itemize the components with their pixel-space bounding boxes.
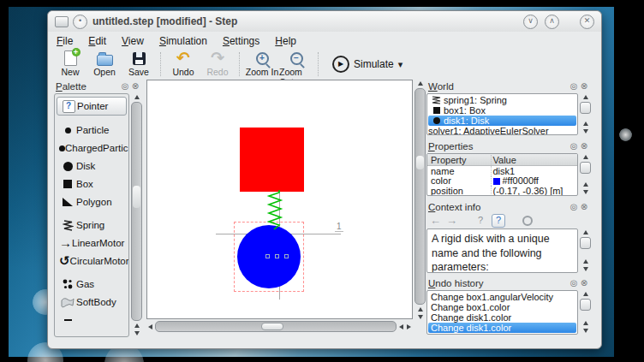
spring1-object[interactable] [264,190,284,233]
column-property[interactable]: Property [427,155,491,165]
undo-item[interactable]: Change box1.angularVelocity [428,292,576,302]
scroll-up-icon[interactable] [418,81,423,86]
palette-item-spring[interactable]: Spring [57,217,127,234]
window-menu-button[interactable]: • [73,15,87,29]
properties-scrollbar[interactable] [580,153,591,196]
scroll-up-icon[interactable] [583,95,588,99]
simulate-button[interactable]: ▶ Simulate ▾ [332,56,402,73]
redo-button[interactable]: ↷ Redo [200,50,235,77]
scroll-thumb[interactable] [580,237,591,249]
scroll-thumb[interactable] [580,299,591,311]
menu-simulation[interactable]: Simulation [159,35,207,47]
palette-item-box[interactable]: Box [57,175,127,193]
scroll-up-icon[interactable] [583,259,588,264]
scroll-thumb[interactable] [580,102,591,114]
palette-item-particle[interactable]: Particle [57,122,127,139]
scroll-up-icon[interactable] [134,323,140,328]
scroll-down-icon[interactable] [583,267,588,271]
palette-item-partial[interactable] [57,312,127,329]
maximize-button[interactable]: ∧ [545,15,559,29]
help-icon[interactable]: ? [474,215,486,227]
scroll-down-icon[interactable] [418,315,423,319]
scroll-up-icon[interactable] [583,182,588,187]
scroll-up-icon[interactable] [583,155,588,159]
scroll-left-icon[interactable] [148,324,152,329]
undo-button[interactable]: ↶ Undo [166,50,200,77]
palette-item-polygon[interactable]: Polygon [57,193,127,211]
scroll-right-icon[interactable] [407,324,411,329]
scroll-up-icon[interactable] [134,95,140,99]
panel-close-icon[interactable]: ⊗ [579,141,589,151]
disk-handle[interactable] [284,254,289,258]
panel-float-icon[interactable]: ◎ [120,81,130,92]
panel-close-icon[interactable]: ⊗ [130,81,140,92]
scroll-down-icon[interactable] [583,190,588,194]
world-item-solver1[interactable]: solver1: AdaptiveEulerSolver [428,126,576,135]
box1-object[interactable] [240,128,304,192]
scroll-up-icon[interactable] [583,292,588,296]
palette-item-gas[interactable]: Gas [57,276,127,293]
palette-scrollbar[interactable] [131,93,142,337]
panel-float-icon[interactable]: ◎ [569,278,579,288]
undo-item-selected[interactable]: Change disk1.color [428,323,576,333]
world-item-box1[interactable]: box1: Box [428,105,576,116]
forward-icon[interactable]: → [446,215,457,227]
context-info-scrollbar[interactable] [580,228,591,273]
scroll-up-icon[interactable] [583,230,588,234]
palette-title: Palette [56,81,120,92]
menu-help[interactable]: Help [275,35,296,47]
panel-close-icon[interactable]: ⊗ [579,81,589,92]
scroll-down-icon[interactable] [134,331,140,335]
canvas-vertical-scrollbar[interactable] [414,80,426,321]
open-button[interactable]: Open [87,50,122,77]
palette-item-circularmotor[interactable]: ↺ CircularMotor [57,252,127,270]
scroll-up-icon[interactable] [418,307,423,312]
property-row-name[interactable]: name disk1 [427,166,577,176]
column-value[interactable]: Value [491,155,578,165]
undo-history-panel: Undo history ◎ ⊗ Change box1.angularVelo… [426,276,591,335]
zoom-in-button[interactable]: + Zoom In [245,50,279,77]
scroll-left-icon[interactable] [399,324,403,329]
panel-float-icon[interactable]: ◎ [569,81,579,92]
palette-item-pointer[interactable]: ? Pointer [57,97,127,116]
palette-item-disk[interactable]: Disk [57,157,127,175]
scroll-up-icon[interactable] [583,321,588,325]
world-item-spring1[interactable]: spring1: Spring [428,95,576,105]
disk-handle[interactable] [265,254,270,258]
palette-item-chargedparticle[interactable]: ChargedPartic [57,139,127,157]
property-row-color[interactable]: color #ff0000ff [427,176,577,187]
titlebar[interactable]: • untitled.step [modified] - Step ∨ ∧ ✕ [48,11,601,32]
palette-item-linearmotor[interactable]: → LinearMotor [57,234,127,252]
world-item-disk1[interactable]: disk1: Disk [428,116,576,126]
undo-history-scrollbar[interactable] [580,290,591,335]
minimize-button[interactable]: ∨ [523,15,538,29]
palette-item-softbody[interactable]: SoftBody [57,294,127,311]
scroll-down-icon[interactable] [583,129,588,134]
menu-view[interactable]: View [122,35,144,47]
link-dot-icon[interactable] [522,216,533,226]
canvas-horizontal-scrollbar[interactable] [146,321,413,332]
scroll-down-icon[interactable] [583,329,588,333]
panel-close-icon[interactable]: ⊗ [579,278,589,288]
panel-close-icon[interactable]: ⊗ [579,202,589,212]
undo-item[interactable]: Change box1.color [428,302,576,312]
help-active-icon[interactable]: ? [492,214,505,228]
panel-float-icon[interactable]: ◎ [569,141,579,151]
polygon-icon [63,198,73,206]
close-button[interactable]: ✕ [580,15,594,29]
disk-handle[interactable] [275,254,279,258]
menu-file[interactable]: File [57,35,73,47]
property-row-position[interactable]: position (-0.17, -0.36) [m] [427,186,577,196]
world-scrollbar[interactable] [580,93,591,135]
context-info-text: A rigid disk with a unique name and the … [427,229,577,273]
menu-settings[interactable]: Settings [223,35,259,47]
menu-edit[interactable]: Edit [88,35,106,47]
scroll-up-icon[interactable] [583,122,588,126]
scroll-thumb[interactable] [580,162,591,174]
undo-item[interactable]: Change disk1.color [428,312,576,323]
world-canvas[interactable]: 1 [146,80,413,319]
save-button[interactable]: Save [122,50,156,77]
back-icon[interactable]: ← [430,215,441,227]
new-button[interactable]: + New [53,50,87,77]
panel-float-icon[interactable]: ◎ [569,202,579,212]
